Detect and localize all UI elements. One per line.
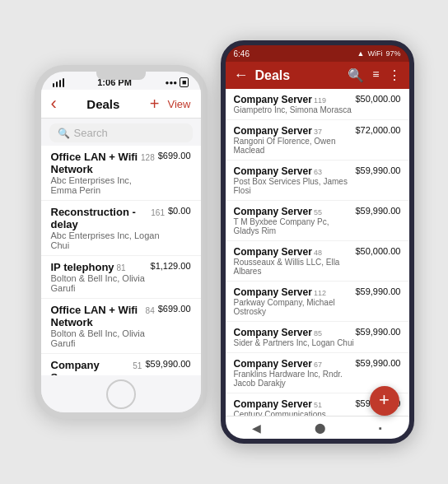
list-item[interactable]: Company Server 55 T M Byxbee Company Pc,… [226, 201, 409, 241]
ios-page-title: Deals [86, 97, 119, 111]
search-placeholder: Search [74, 127, 108, 139]
android-nav-bar: ◀ ⬤ ▪ [226, 416, 409, 439]
ios-back-button[interactable]: ‹ [51, 93, 57, 114]
android-page-title: Deals [255, 68, 342, 83]
android-deals-list: Company Server 119 Giampetro Inc, Simona… [226, 89, 409, 416]
android-nav-back[interactable]: ◀ [252, 421, 261, 435]
list-item[interactable]: Company Server 48 Rousseaux & Willis LLC… [226, 241, 409, 282]
ios-search-bar[interactable]: 🔍 Search [49, 123, 193, 142]
ios-view-button[interactable]: View [168, 98, 191, 110]
android-status-bar: 6:46 ▲ WiFi 97% [226, 45, 409, 62]
list-item[interactable]: Company Server 119 Giampetro Inc, Simona… [226, 89, 409, 120]
android-more-icon[interactable]: ⋮ [388, 67, 401, 83]
android-header: ← Deals 🔍 ≡ ⋮ [226, 62, 409, 89]
list-item[interactable]: Company Server 63 Post Box Services Plus… [226, 161, 409, 201]
list-item[interactable]: Office LAN + Wifi Network84 Bolton & Bel… [41, 299, 201, 354]
list-item[interactable]: Company Server51 Century Communications,… [41, 354, 201, 375]
android-fab-button[interactable]: + [370, 386, 399, 416]
android-nav-recent[interactable]: ▪ [379, 423, 382, 433]
list-item[interactable]: Office LAN + Wifi Network128 Abc Enterpr… [41, 146, 201, 201]
android-back-button[interactable]: ← [234, 67, 249, 84]
android-filter-icon[interactable]: ≡ [372, 67, 379, 83]
ios-header: ‹ Deals + View [41, 90, 201, 119]
android-nav-home[interactable]: ⬤ [315, 422, 325, 434]
ios-add-button[interactable]: + [150, 95, 160, 114]
android-search-icon[interactable]: 🔍 [348, 67, 364, 83]
ios-notch [96, 72, 146, 80]
android-battery: 97% [385, 49, 400, 58]
ios-deals-list: Office LAN + Wifi Network128 Abc Enterpr… [41, 146, 201, 375]
list-item[interactable]: Company Server 112 Parkway Company, Mich… [226, 282, 409, 322]
list-item[interactable]: Company Server 37 Rangoni Of Florence, O… [226, 120, 409, 161]
ios-phone: 1:06 PM ●●● ■ ‹ Deals + View 🔍 Search Of… [35, 65, 208, 419]
search-icon: 🔍 [58, 128, 70, 139]
list-item[interactable]: Company Server 85 Sider & Partners Inc, … [226, 322, 409, 353]
ios-home-button[interactable] [106, 379, 136, 409]
android-time: 6:46 [234, 49, 250, 58]
list-item[interactable]: Reconstruction - delay161 Abc Enterprise… [41, 201, 201, 256]
android-phone: 6:46 ▲ WiFi 97% ← Deals 🔍 ≡ ⋮ Company Se… [221, 40, 414, 444]
list-item[interactable]: IP telephony81 Bolton & Bell Inc, Olivia… [41, 256, 201, 299]
